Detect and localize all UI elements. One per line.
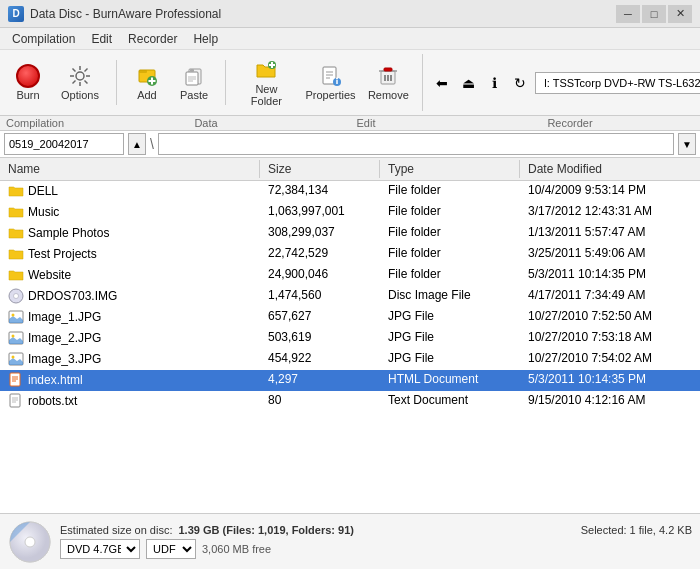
file-modified: 3/25/2011 5:49:06 AM	[520, 244, 700, 264]
table-row[interactable]: DRDOS703.IMG 1,474,560 Disc Image File 4…	[0, 286, 700, 307]
new-folder-icon	[254, 58, 278, 82]
table-row[interactable]: Image_1.JPG 657,627 JPG File 10/27/2010 …	[0, 307, 700, 328]
sort-button[interactable]: ▲	[128, 133, 146, 155]
status-top-row: Estimated size on disc: 1.39 GB (Files: …	[60, 524, 692, 536]
burn-icon	[16, 64, 40, 88]
options-label: Options	[61, 89, 99, 101]
path-input[interactable]	[158, 133, 674, 155]
table-row[interactable]: Image_3.JPG 454,922 JPG File 10/27/2010 …	[0, 349, 700, 370]
remove-button[interactable]: Remove	[362, 60, 414, 105]
svg-point-0	[76, 72, 84, 80]
file-type: JPG File	[380, 307, 520, 327]
table-row[interactable]: Image_2.JPG 503,619 JPG File 10/27/2010 …	[0, 328, 700, 349]
folder-icon	[8, 183, 24, 199]
recorder-info-button[interactable]: ℹ	[483, 72, 505, 94]
file-name: Test Projects	[28, 247, 97, 261]
table-row[interactable]: Music 1,063,997,001 File folder 3/17/201…	[0, 202, 700, 223]
new-folder-button[interactable]: New Folder	[234, 54, 299, 111]
restore-button[interactable]: □	[642, 5, 666, 23]
properties-button[interactable]: Properties	[301, 60, 361, 105]
table-row[interactable]: Test Projects 22,742,529 File folder 3/2…	[0, 244, 700, 265]
file-modified: 10/27/2010 7:52:50 AM	[520, 307, 700, 327]
menu-edit[interactable]: Edit	[83, 28, 120, 49]
estimated-label: Estimated size on disc:	[60, 524, 173, 536]
txt-icon	[8, 393, 24, 409]
new-folder-label: New Folder	[243, 83, 290, 107]
filesystem-select[interactable]: UDF ISO 9660	[146, 539, 196, 559]
file-size: 454,922	[260, 349, 380, 369]
file-modified: 3/17/2012 12:43:31 AM	[520, 202, 700, 222]
table-row[interactable]: Website 24,900,046 File folder 5/3/2011 …	[0, 265, 700, 286]
path-bar: ▲ \ ▼	[0, 131, 700, 158]
paste-button[interactable]: Paste	[171, 60, 217, 105]
svg-point-43	[12, 356, 15, 359]
status-bottom-row: DVD 4.7GB DVD 8.5GB CD 700MB UDF ISO 966…	[60, 539, 692, 559]
file-type: File folder	[380, 265, 520, 285]
file-type: File folder	[380, 223, 520, 243]
file-name: robots.txt	[28, 394, 77, 408]
svg-point-37	[14, 294, 19, 299]
title-bar-controls: ─ □ ✕	[616, 5, 692, 23]
menu-compilation[interactable]: Compilation	[4, 28, 83, 49]
img-icon	[8, 351, 24, 367]
path-sort-button[interactable]: ▼	[678, 133, 696, 155]
compilation-name-input[interactable]	[4, 133, 124, 155]
table-row[interactable]: DELL 72,384,134 File folder 10/4/2009 9:…	[0, 181, 700, 202]
close-button[interactable]: ✕	[668, 5, 692, 23]
menu-recorder[interactable]: Recorder	[120, 28, 185, 49]
recorder-device-select[interactable]: l: TSSTcorp DVD+-RW TS-L632	[535, 72, 700, 94]
disc-type-select[interactable]: DVD 4.7GB DVD 8.5GB CD 700MB	[60, 539, 140, 559]
title-bar-left: D Data Disc - BurnAware Professional	[8, 6, 221, 22]
file-name: Sample Photos	[28, 226, 109, 240]
paste-label: Paste	[180, 89, 208, 101]
svg-line-7	[84, 69, 87, 72]
file-type: File folder	[380, 202, 520, 222]
recorder-group: ⬅ ⏏ ℹ ↻ l: TSSTcorp DVD+-RW TS-L632 16x …	[431, 72, 700, 94]
recorder-refresh-button[interactable]: ↻	[509, 72, 531, 94]
folder-icon	[8, 246, 24, 262]
file-list-container: Name Size Type Date Modified DELL 72,384…	[0, 158, 700, 513]
folder-icon	[8, 204, 24, 220]
file-name: DRDOS703.IMG	[28, 289, 117, 303]
recorder-section-label: Recorder	[446, 116, 694, 130]
options-button[interactable]: Options	[52, 60, 108, 105]
recorder-back-button[interactable]: ⬅	[431, 72, 453, 94]
file-name: Music	[28, 205, 59, 219]
data-section-label: Data	[126, 116, 286, 130]
svg-line-8	[72, 81, 75, 84]
properties-icon	[319, 64, 343, 88]
burn-label: Burn	[16, 89, 39, 101]
file-modified: 5/3/2011 10:14:35 PM	[520, 265, 700, 285]
paste-icon	[182, 64, 206, 88]
menu-bar: Compilation Edit Recorder Help	[0, 28, 700, 50]
size-value: 1.39 GB (Files: 1,019, Folders: 91)	[179, 524, 355, 536]
header-modified: Date Modified	[520, 160, 700, 178]
file-type: Text Document	[380, 391, 520, 411]
header-name: Name	[0, 160, 260, 178]
file-name: Image_3.JPG	[28, 352, 101, 366]
status-info: Estimated size on disc: 1.39 GB (Files: …	[60, 524, 692, 559]
file-size: 308,299,037	[260, 223, 380, 243]
selected-info: Selected: 1 file, 4.2 KB	[581, 524, 692, 536]
file-name: index.html	[28, 373, 83, 387]
file-modified: 10/4/2009 9:53:14 PM	[520, 181, 700, 201]
svg-rect-35	[384, 68, 392, 71]
file-list-body: DELL 72,384,134 File folder 10/4/2009 9:…	[0, 181, 700, 513]
data-group: Add Paste	[125, 60, 226, 105]
title-bar: D Data Disc - BurnAware Professional ─ □…	[0, 0, 700, 28]
file-list-header: Name Size Type Date Modified	[0, 158, 700, 181]
table-row[interactable]: index.html 4,297 HTML Document 5/3/2011 …	[0, 370, 700, 391]
file-size: 22,742,529	[260, 244, 380, 264]
menu-help[interactable]: Help	[185, 28, 226, 49]
svg-point-41	[12, 335, 15, 338]
minimize-button[interactable]: ─	[616, 5, 640, 23]
app-icon: D	[8, 6, 24, 22]
table-row[interactable]: robots.txt 80 Text Document 9/15/2010 4:…	[0, 391, 700, 412]
add-button[interactable]: Add	[125, 60, 169, 105]
table-row[interactable]: Sample Photos 308,299,037 File folder 1/…	[0, 223, 700, 244]
svg-point-39	[12, 314, 15, 317]
file-name: DELL	[28, 184, 58, 198]
recorder-eject-button[interactable]: ⏏	[457, 72, 479, 94]
options-icon	[68, 64, 92, 88]
burn-button[interactable]: Burn	[6, 60, 50, 105]
